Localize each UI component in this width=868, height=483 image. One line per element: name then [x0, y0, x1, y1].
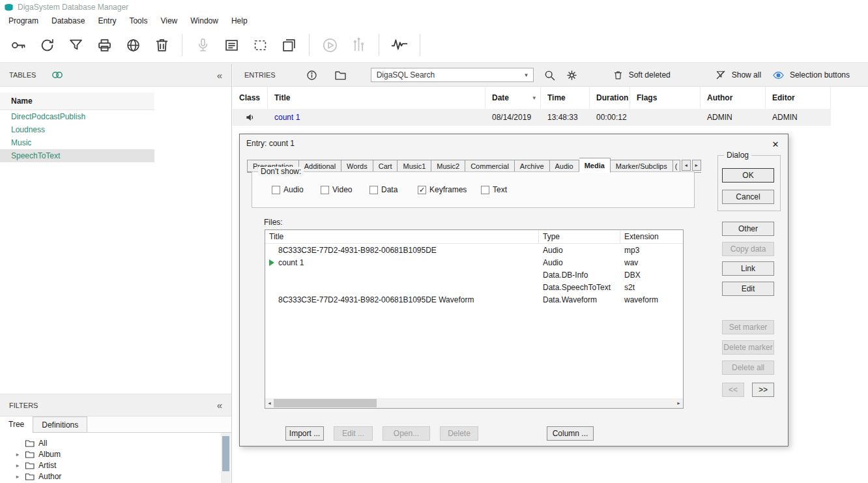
expand-arrow-icon[interactable]: ▸	[14, 473, 21, 480]
tree-item-author[interactable]: ▸ Author	[0, 471, 231, 482]
waveform-button[interactable]	[387, 33, 412, 57]
filter-button[interactable]	[63, 33, 88, 57]
file-row[interactable]: Data.DB-Info DBX	[265, 269, 683, 281]
column-header-title[interactable]: Title	[268, 87, 485, 109]
checkbox-audio[interactable]: Audio	[272, 185, 304, 194]
tab-media[interactable]: Media	[579, 158, 611, 173]
scroll-left-icon[interactable]: ◄	[265, 398, 274, 408]
scroll-right-icon[interactable]: ►	[674, 398, 683, 408]
entry-row[interactable]: count 1 08/14/2019 13:48:33 00:00:12 ADM…	[233, 109, 831, 126]
collapse-tables-button[interactable]: «	[217, 70, 222, 80]
open-button[interactable]: Open...	[383, 426, 430, 441]
file-row[interactable]: 8C333C3E-77D2-4931-B982-00681B1095DE Wav…	[265, 293, 683, 306]
copy-data-button[interactable]: Copy data	[722, 242, 774, 256]
column-header-time[interactable]: Time	[541, 87, 590, 109]
edit-file-button[interactable]: Edit ...	[334, 426, 373, 441]
files-horizontal-scrollbar[interactable]: ◄ ►	[265, 398, 683, 408]
delete-all-button[interactable]: Delete all	[722, 360, 774, 375]
soft-deleted-toggle[interactable]: Soft deleted	[613, 70, 671, 81]
column-header-class[interactable]: Class	[233, 87, 268, 109]
column-header-flags[interactable]: Flags	[630, 87, 701, 109]
cancel-button[interactable]: Cancel	[722, 190, 774, 204]
set-marker-button[interactable]: Set marker	[722, 320, 774, 334]
tab-music1[interactable]: Music1	[398, 160, 431, 172]
checkbox-keyframes[interactable]: ✓ Keyframes	[418, 185, 467, 194]
search-icon[interactable]	[543, 68, 557, 82]
tab-additional[interactable]: Additional	[299, 160, 341, 172]
column-header-editor[interactable]: Editor	[766, 87, 831, 109]
menu-entry[interactable]: Entry	[91, 15, 123, 27]
tab-audio[interactable]: Audio	[550, 160, 579, 172]
column-header-duration[interactable]: Duration	[590, 87, 630, 109]
column-button[interactable]: Column ...	[547, 426, 594, 441]
checkbox-box[interactable]	[321, 186, 329, 194]
show-all-toggle[interactable]: Show all	[715, 69, 761, 81]
tab-marker-subclips[interactable]: Marker/Subclips	[611, 160, 673, 172]
tree-item-album[interactable]: ▸ Album	[0, 448, 231, 460]
tree-scrollbar-thumb[interactable]	[222, 436, 229, 471]
file-row[interactable]: count 1 Audio wav	[265, 256, 683, 269]
previous-entry-button[interactable]: <<	[722, 383, 744, 397]
chevron-down-icon[interactable]: ▾	[525, 72, 528, 78]
tab-cart[interactable]: Cart	[373, 160, 398, 172]
date-filter-arrow-icon[interactable]: ▾	[532, 95, 536, 101]
expand-arrow-icon[interactable]: ▸	[14, 451, 21, 458]
menu-tools[interactable]: Tools	[123, 15, 154, 27]
tree-scrollbar[interactable]	[221, 433, 231, 483]
files-column-extension[interactable]: Extension	[620, 230, 683, 243]
dialog-titlebar[interactable]: Entry: count 1	[240, 134, 788, 153]
checkbox-box[interactable]	[369, 186, 378, 194]
gear-icon[interactable]	[565, 68, 579, 82]
files-column-type[interactable]: Type	[539, 230, 620, 243]
tab-commercial[interactable]: Commercial	[465, 160, 515, 172]
selection-buttons-toggle[interactable]: Selection buttons	[772, 69, 850, 81]
tab-scroll-left-icon[interactable]: ◄	[682, 160, 691, 171]
selection-button[interactable]	[248, 33, 272, 57]
checkbox-video[interactable]: Video	[321, 185, 352, 194]
close-icon[interactable]: ✕	[767, 137, 784, 151]
delete-button[interactable]	[149, 33, 174, 57]
tab-music2[interactable]: Music2	[431, 160, 465, 172]
tab-scroll-right-icon[interactable]: ►	[692, 160, 701, 171]
key-button[interactable]	[6, 33, 31, 57]
link-button[interactable]: Link	[722, 261, 774, 276]
checkbox-box[interactable]	[272, 186, 280, 194]
tab-archive[interactable]: Archive	[515, 160, 550, 172]
expand-arrow-icon[interactable]: ▸	[14, 462, 21, 469]
tree-item-all[interactable]: All	[0, 437, 231, 448]
table-item[interactable]: Loudness	[0, 123, 154, 136]
ok-button[interactable]: OK	[722, 168, 774, 183]
new-window-button[interactable]	[276, 33, 301, 57]
scrollbar-thumb[interactable]	[274, 399, 377, 407]
digasql-search-combobox[interactable]: DigaSQL Search ▾	[371, 68, 534, 82]
delete-file-button[interactable]: Delete	[440, 426, 478, 441]
files-column-title[interactable]: Title	[265, 230, 539, 243]
file-row[interactable]: 8C333C3E-77D2-4931-B982-00681B1095DE Aud…	[265, 244, 683, 256]
checkbox-text[interactable]: Text	[481, 185, 507, 194]
connections-icon[interactable]	[50, 68, 65, 82]
column-header-date[interactable]: Date ▾	[485, 87, 541, 109]
menu-program[interactable]: Program	[2, 15, 45, 27]
refresh-button[interactable]	[35, 33, 59, 57]
menu-database[interactable]: Database	[45, 15, 91, 27]
tab-clipped[interactable]: (	[673, 160, 680, 172]
menu-window[interactable]: Window	[184, 15, 225, 27]
text-entry-button[interactable]	[219, 33, 244, 57]
next-entry-button[interactable]: >>	[752, 383, 774, 397]
import-button[interactable]: Import ...	[285, 426, 324, 441]
tab-words[interactable]: Words	[341, 160, 373, 172]
table-item[interactable]: SpeechToText	[0, 149, 154, 162]
collapse-filters-button[interactable]: «	[217, 400, 222, 410]
globe-button[interactable]	[121, 33, 145, 57]
print-button[interactable]	[92, 33, 117, 57]
folder-icon[interactable]	[334, 68, 347, 82]
tables-column-header[interactable]: Name	[0, 93, 154, 110]
file-row[interactable]: Data.SpeechToText s2t	[265, 281, 683, 293]
edit-button[interactable]: Edit	[722, 282, 774, 296]
menu-help[interactable]: Help	[225, 15, 254, 27]
table-item[interactable]: DirectPodcastPublish	[0, 110, 154, 123]
checkbox-box[interactable]: ✓	[418, 186, 426, 194]
tree-item-artist[interactable]: ▸ Artist	[0, 460, 231, 471]
info-icon[interactable]	[306, 69, 318, 81]
checkbox-box[interactable]	[481, 186, 489, 194]
